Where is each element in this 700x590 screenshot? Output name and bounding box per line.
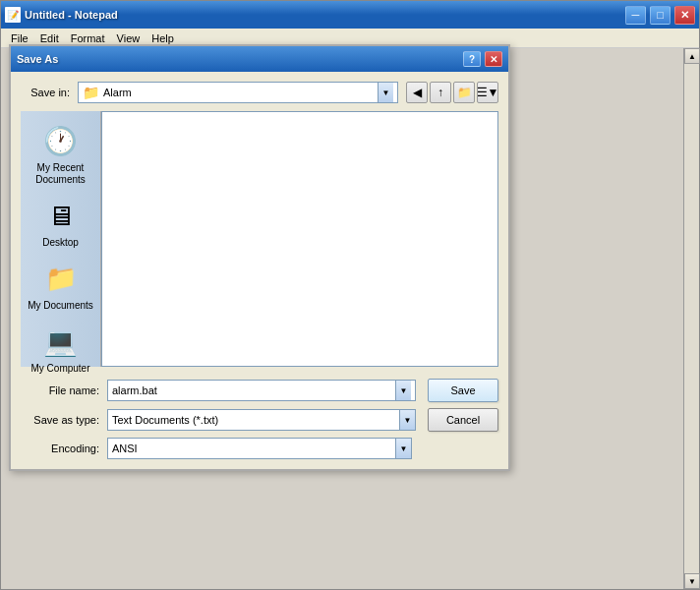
save-in-value: Alarm bbox=[103, 87, 374, 98]
action-buttons: Save bbox=[428, 379, 498, 402]
sidebar-item-recent-label: My RecentDocuments bbox=[35, 162, 86, 186]
encoding-row: Encoding: ANSI ▼ bbox=[21, 438, 498, 459]
sidebar-item-recent[interactable]: 🕐 My RecentDocuments bbox=[24, 117, 98, 190]
filename-input[interactable]: alarm.bat ▼ bbox=[107, 380, 416, 401]
sidebar-item-computer[interactable]: 💻 My Computer bbox=[24, 318, 98, 379]
app-icon: 📝 bbox=[5, 7, 21, 23]
dialog-help-button[interactable]: ? bbox=[463, 51, 481, 67]
content-area: 🕐 My RecentDocuments 🖥 Desktop 📁 My Docu… bbox=[21, 111, 498, 367]
savetype-combo[interactable]: Text Documents (*.txt) ▼ bbox=[107, 409, 416, 431]
save-in-label: Save in: bbox=[21, 87, 70, 98]
file-browser-panel[interactable] bbox=[101, 111, 498, 367]
filename-value: alarm.bat bbox=[112, 384, 395, 396]
filename-row: File name: alarm.bat ▼ Save bbox=[21, 379, 498, 402]
new-folder-button[interactable]: 📁 bbox=[453, 82, 475, 103]
title-bar: 📝 Untitled - Notepad ─ □ ✕ bbox=[1, 1, 699, 29]
savetype-label: Save as type: bbox=[21, 414, 99, 426]
close-button[interactable]: ✕ bbox=[674, 6, 695, 25]
save-as-dialog: Save As ? ✕ Save in: 📁 Alarm ▼ ◀ ↑ 📁 ☰▼ bbox=[9, 44, 510, 471]
bottom-form: File name: alarm.bat ▼ Save Save as type… bbox=[21, 375, 498, 459]
sidebar-item-documents-label: My Documents bbox=[28, 300, 93, 312]
cancel-button-container: Cancel bbox=[428, 408, 498, 432]
my-documents-icon: 📁 bbox=[41, 259, 81, 298]
dialog-title-bar: Save As ? ✕ bbox=[11, 46, 508, 72]
sidebar-item-computer-label: My Computer bbox=[30, 363, 89, 375]
save-in-row: Save in: 📁 Alarm ▼ ◀ ↑ 📁 ☰▼ bbox=[21, 82, 498, 103]
toolbar-icons: ◀ ↑ 📁 ☰▼ bbox=[406, 82, 498, 103]
sidebar-item-desktop-label: Desktop bbox=[42, 237, 79, 249]
back-button[interactable]: ◀ bbox=[406, 82, 428, 103]
save-button[interactable]: Save bbox=[428, 379, 498, 402]
filename-dropdown-arrow[interactable]: ▼ bbox=[395, 381, 411, 400]
scroll-down-button[interactable]: ▼ bbox=[684, 573, 700, 589]
window-title: Untitled - Notepad bbox=[25, 9, 621, 21]
dialog-body: Save in: 📁 Alarm ▼ ◀ ↑ 📁 ☰▼ bbox=[11, 72, 508, 469]
savetype-value: Text Documents (*.txt) bbox=[112, 414, 399, 426]
encoding-label: Encoding: bbox=[21, 442, 99, 454]
sidebar-item-desktop[interactable]: 🖥 Desktop bbox=[24, 192, 98, 253]
savetype-row: Save as type: Text Documents (*.txt) ▼ C… bbox=[21, 408, 498, 432]
save-in-combo[interactable]: 📁 Alarm ▼ bbox=[78, 82, 398, 103]
scroll-track[interactable] bbox=[684, 64, 699, 573]
filename-label: File name: bbox=[21, 384, 99, 396]
encoding-value: ANSI bbox=[112, 442, 395, 454]
notepad-window: 📝 Untitled - Notepad ─ □ ✕ File Edit For… bbox=[0, 0, 700, 590]
sidebar: 🕐 My RecentDocuments 🖥 Desktop 📁 My Docu… bbox=[21, 111, 101, 367]
my-computer-icon: 💻 bbox=[41, 322, 81, 361]
dialog-close-button[interactable]: ✕ bbox=[485, 51, 502, 67]
minimize-button[interactable]: ─ bbox=[625, 6, 646, 25]
up-folder-button[interactable]: ↑ bbox=[430, 82, 451, 103]
save-in-dropdown-arrow[interactable]: ▼ bbox=[378, 83, 393, 102]
sidebar-item-documents[interactable]: 📁 My Documents bbox=[24, 255, 98, 316]
desktop-icon: 🖥 bbox=[41, 196, 81, 235]
encoding-dropdown-arrow[interactable]: ▼ bbox=[395, 439, 411, 458]
view-button[interactable]: ☰▼ bbox=[477, 82, 498, 103]
scroll-up-button[interactable]: ▲ bbox=[684, 48, 700, 64]
encoding-combo[interactable]: ANSI ▼ bbox=[107, 438, 412, 459]
recent-docs-icon: 🕐 bbox=[41, 121, 81, 160]
maximize-button[interactable]: □ bbox=[650, 6, 671, 25]
dialog-title: Save As bbox=[17, 53, 459, 65]
scrollbar[interactable]: ▲ ▼ bbox=[683, 48, 699, 589]
cancel-button[interactable]: Cancel bbox=[428, 408, 498, 432]
savetype-dropdown-arrow[interactable]: ▼ bbox=[399, 410, 415, 430]
